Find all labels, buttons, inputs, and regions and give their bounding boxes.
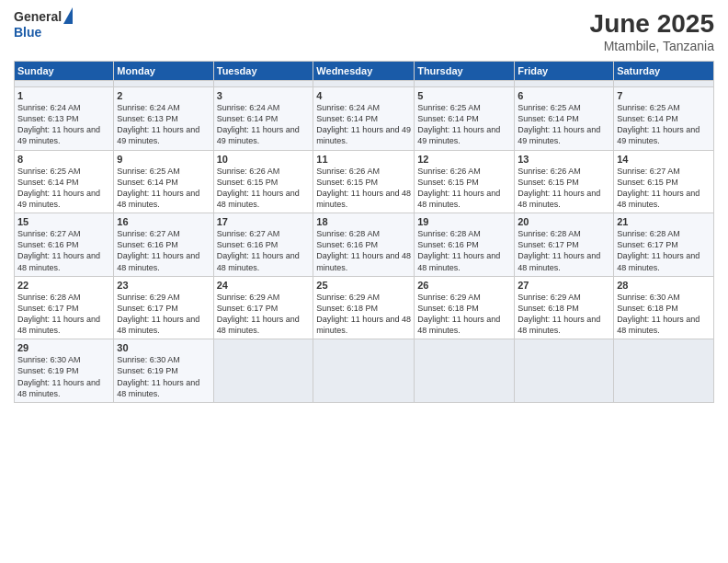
table-row: 11Sunrise: 6:26 AMSunset: 6:15 PMDayligh… xyxy=(313,150,415,213)
day-info: Sunrise: 6:27 AMSunset: 6:16 PMDaylight:… xyxy=(117,228,210,273)
table-row: 22Sunrise: 6:28 AMSunset: 6:17 PMDayligh… xyxy=(15,276,114,339)
table-row: 25Sunrise: 6:29 AMSunset: 6:18 PMDayligh… xyxy=(313,276,415,339)
day-info: Sunrise: 6:26 AMSunset: 6:15 PMDaylight:… xyxy=(217,166,311,211)
table-row: 12Sunrise: 6:26 AMSunset: 6:15 PMDayligh… xyxy=(415,150,515,213)
logo-triangle-icon xyxy=(63,7,73,24)
day-number: 27 xyxy=(518,280,610,291)
table-row: 30Sunrise: 6:30 AMSunset: 6:19 PMDayligh… xyxy=(114,339,213,403)
header: General Blue June 2025 Mtambile, Tanzani… xyxy=(14,9,714,53)
day-number: 15 xyxy=(17,216,110,227)
day-number: 17 xyxy=(217,216,311,227)
table-row: 14Sunrise: 6:27 AMSunset: 6:15 PMDayligh… xyxy=(614,150,714,213)
day-info: Sunrise: 6:29 AMSunset: 6:18 PMDaylight:… xyxy=(518,292,610,337)
table-row xyxy=(213,81,313,87)
table-row: 6Sunrise: 6:25 AMSunset: 6:14 PMDaylight… xyxy=(515,87,614,151)
day-info: Sunrise: 6:27 AMSunset: 6:16 PMDaylight:… xyxy=(217,228,311,273)
logo: General Blue xyxy=(14,9,73,40)
table-row: 9Sunrise: 6:25 AMSunset: 6:14 PMDaylight… xyxy=(114,150,213,213)
day-number: 3 xyxy=(217,90,311,101)
table-row xyxy=(614,339,714,403)
table-row: 2Sunrise: 6:24 AMSunset: 6:13 PMDaylight… xyxy=(114,87,213,151)
table-row: 20Sunrise: 6:28 AMSunset: 6:17 PMDayligh… xyxy=(515,213,614,277)
day-number: 1 xyxy=(17,90,110,101)
day-number: 26 xyxy=(417,280,511,291)
header-friday: Friday xyxy=(515,62,614,81)
logo-general: General xyxy=(14,9,62,25)
table-row: 10Sunrise: 6:26 AMSunset: 6:15 PMDayligh… xyxy=(213,150,313,213)
table-row: 17Sunrise: 6:27 AMSunset: 6:16 PMDayligh… xyxy=(213,213,313,277)
day-info: Sunrise: 6:25 AMSunset: 6:14 PMDaylight:… xyxy=(518,102,610,147)
day-number: 7 xyxy=(617,90,711,101)
table-row: 7Sunrise: 6:25 AMSunset: 6:14 PMDaylight… xyxy=(614,87,714,151)
header-thursday: Thursday xyxy=(415,62,515,81)
table-row: 21Sunrise: 6:28 AMSunset: 6:17 PMDayligh… xyxy=(614,213,714,277)
day-info: Sunrise: 6:24 AMSunset: 6:13 PMDaylight:… xyxy=(17,102,110,147)
day-number: 2 xyxy=(117,90,210,101)
table-row xyxy=(415,339,515,403)
table-row: 19Sunrise: 6:28 AMSunset: 6:16 PMDayligh… xyxy=(415,213,515,277)
day-info: Sunrise: 6:24 AMSunset: 6:14 PMDaylight:… xyxy=(217,102,311,147)
day-info: Sunrise: 6:28 AMSunset: 6:16 PMDaylight:… xyxy=(417,228,511,273)
day-info: Sunrise: 6:30 AMSunset: 6:18 PMDaylight:… xyxy=(617,292,711,337)
table-row xyxy=(415,81,515,87)
table-row xyxy=(114,81,213,87)
day-number: 28 xyxy=(617,280,711,291)
day-info: Sunrise: 6:29 AMSunset: 6:17 PMDaylight:… xyxy=(217,292,311,337)
header-saturday: Saturday xyxy=(614,62,714,81)
day-number: 25 xyxy=(316,280,411,291)
day-info: Sunrise: 6:26 AMSunset: 6:15 PMDaylight:… xyxy=(417,166,511,211)
day-number: 11 xyxy=(316,154,411,165)
day-number: 30 xyxy=(117,342,210,353)
title-block: June 2025 Mtambile, Tanzania xyxy=(590,9,714,53)
day-info: Sunrise: 6:29 AMSunset: 6:18 PMDaylight:… xyxy=(417,292,511,337)
day-number: 13 xyxy=(518,154,610,165)
location: Mtambile, Tanzania xyxy=(590,39,714,53)
table-row xyxy=(515,339,614,403)
header-monday: Monday xyxy=(114,62,213,81)
day-number: 14 xyxy=(617,154,711,165)
table-row xyxy=(515,81,614,87)
logo-text: General Blue xyxy=(14,9,62,40)
table-row: 3Sunrise: 6:24 AMSunset: 6:14 PMDaylight… xyxy=(213,87,313,151)
day-info: Sunrise: 6:24 AMSunset: 6:13 PMDaylight:… xyxy=(117,102,210,147)
day-info: Sunrise: 6:30 AMSunset: 6:19 PMDaylight:… xyxy=(17,354,110,399)
day-number: 19 xyxy=(417,216,511,227)
day-number: 10 xyxy=(217,154,311,165)
day-info: Sunrise: 6:28 AMSunset: 6:17 PMDaylight:… xyxy=(17,292,110,337)
day-number: 8 xyxy=(17,154,110,165)
table-row: 24Sunrise: 6:29 AMSunset: 6:17 PMDayligh… xyxy=(213,276,313,339)
table-row: 28Sunrise: 6:30 AMSunset: 6:18 PMDayligh… xyxy=(614,276,714,339)
day-info: Sunrise: 6:25 AMSunset: 6:14 PMDaylight:… xyxy=(117,166,210,211)
table-row: 26Sunrise: 6:29 AMSunset: 6:18 PMDayligh… xyxy=(415,276,515,339)
day-info: Sunrise: 6:26 AMSunset: 6:15 PMDaylight:… xyxy=(518,166,610,211)
day-number: 5 xyxy=(417,90,511,101)
day-number: 4 xyxy=(316,90,411,101)
day-info: Sunrise: 6:26 AMSunset: 6:15 PMDaylight:… xyxy=(316,166,411,211)
table-row: 15Sunrise: 6:27 AMSunset: 6:16 PMDayligh… xyxy=(15,213,114,277)
day-number: 21 xyxy=(617,216,711,227)
header-wednesday: Wednesday xyxy=(313,62,415,81)
table-row xyxy=(15,81,114,87)
day-number: 6 xyxy=(518,90,610,101)
day-info: Sunrise: 6:25 AMSunset: 6:14 PMDaylight:… xyxy=(617,102,711,147)
table-row: 5Sunrise: 6:25 AMSunset: 6:14 PMDaylight… xyxy=(415,87,515,151)
table-row xyxy=(313,81,415,87)
day-number: 12 xyxy=(417,154,511,165)
day-info: Sunrise: 6:29 AMSunset: 6:17 PMDaylight:… xyxy=(117,292,210,337)
day-info: Sunrise: 6:27 AMSunset: 6:16 PMDaylight:… xyxy=(17,228,110,273)
day-info: Sunrise: 6:29 AMSunset: 6:18 PMDaylight:… xyxy=(316,292,411,337)
table-row: 13Sunrise: 6:26 AMSunset: 6:15 PMDayligh… xyxy=(515,150,614,213)
day-info: Sunrise: 6:28 AMSunset: 6:17 PMDaylight:… xyxy=(617,228,711,273)
table-row: 29Sunrise: 6:30 AMSunset: 6:19 PMDayligh… xyxy=(15,339,114,403)
table-row xyxy=(213,339,313,403)
table-row: 23Sunrise: 6:29 AMSunset: 6:17 PMDayligh… xyxy=(114,276,213,339)
table-row: 18Sunrise: 6:28 AMSunset: 6:16 PMDayligh… xyxy=(313,213,415,277)
day-number: 23 xyxy=(117,280,210,291)
day-info: Sunrise: 6:28 AMSunset: 6:17 PMDaylight:… xyxy=(518,228,610,273)
day-number: 9 xyxy=(117,154,210,165)
month-title: June 2025 xyxy=(590,9,714,39)
logo-blue: Blue xyxy=(14,25,62,40)
day-number: 22 xyxy=(17,280,110,291)
day-info: Sunrise: 6:28 AMSunset: 6:16 PMDaylight:… xyxy=(316,228,411,273)
day-info: Sunrise: 6:30 AMSunset: 6:19 PMDaylight:… xyxy=(117,354,210,399)
